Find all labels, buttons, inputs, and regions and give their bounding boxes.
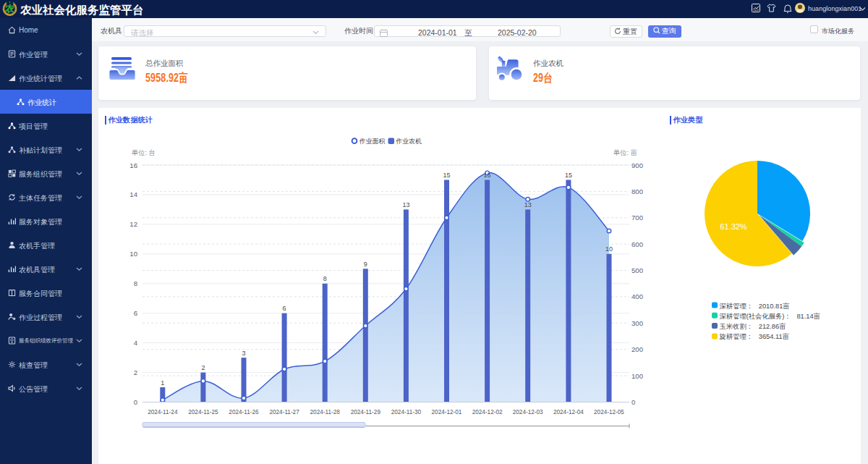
svg-text:8: 8 (323, 275, 327, 282)
svg-text:旋耕管理： 3654.11亩: 旋耕管理： 3654.11亩 (720, 333, 789, 340)
svg-text:单位: 台: 单位: 台 (131, 149, 156, 156)
svg-text:800: 800 (631, 187, 643, 195)
svg-text:16: 16 (129, 161, 137, 169)
svg-text:1: 1 (161, 379, 164, 387)
svg-text:13: 13 (402, 201, 409, 208)
svg-text:深耕管理： 2010.81亩: 深耕管理： 2010.81亩 (720, 303, 790, 310)
svg-text:农: 农 (4, 3, 15, 14)
svg-text:2024-12-04: 2024-12-04 (553, 409, 584, 416)
svg-text:15: 15 (484, 172, 491, 179)
svg-text:10: 10 (129, 250, 137, 258)
svg-text:作业面积: 作业面积 (359, 138, 385, 145)
svg-text:61.32%: 61.32% (720, 222, 747, 231)
svg-text:0: 0 (134, 398, 137, 406)
svg-text:15: 15 (565, 172, 572, 179)
svg-text:2024-12-02: 2024-12-02 (472, 409, 503, 416)
svg-text:2024-11-30: 2024-11-30 (391, 409, 422, 416)
svg-text:200: 200 (631, 345, 643, 353)
svg-text:2024-12-03: 2024-12-03 (513, 409, 543, 416)
svg-text:2024-11-25: 2024-11-25 (188, 409, 218, 416)
svg-text:600: 600 (631, 240, 643, 248)
svg-text:2024-11-24: 2024-11-24 (148, 409, 178, 416)
svg-text:12: 12 (129, 220, 137, 228)
svg-text:2024-11-29: 2024-11-29 (351, 409, 381, 416)
svg-text:15: 15 (443, 172, 450, 179)
svg-text:2024-11-28: 2024-11-28 (310, 409, 341, 416)
svg-text:13: 13 (524, 201, 532, 208)
svg-text:8: 8 (134, 279, 137, 287)
svg-text:6: 6 (283, 305, 286, 312)
svg-text:2024-12-01: 2024-12-01 (432, 409, 462, 416)
svg-text:700: 700 (631, 214, 643, 222)
svg-text:2024-12-05: 2024-12-05 (594, 409, 624, 416)
svg-text:深耕管理(社会化服务)： 81.14亩: 深耕管理(社会化服务)： 81.14亩 (720, 313, 820, 320)
svg-text:玉米收割： 212.86亩: 玉米收割： 212.86亩 (720, 323, 786, 330)
svg-text:400: 400 (631, 292, 643, 300)
svg-text:作业农机: 作业农机 (396, 138, 422, 145)
svg-text:900: 900 (631, 161, 643, 169)
svg-text:14: 14 (129, 190, 137, 198)
svg-text:2: 2 (201, 364, 205, 371)
svg-text:4: 4 (134, 339, 138, 347)
svg-text:500: 500 (631, 266, 643, 274)
svg-text:9: 9 (364, 261, 367, 268)
svg-text:10: 10 (605, 245, 613, 253)
svg-text:6: 6 (134, 309, 137, 317)
svg-text:单位: 亩: 单位: 亩 (613, 149, 637, 156)
svg-text:300: 300 (631, 319, 643, 327)
svg-text:2024-11-27: 2024-11-27 (269, 409, 299, 416)
svg-text:100: 100 (631, 372, 643, 380)
svg-text:2: 2 (134, 368, 137, 376)
svg-text:2024-11-26: 2024-11-26 (229, 409, 259, 416)
svg-text:0: 0 (631, 398, 635, 406)
svg-text:3: 3 (242, 350, 245, 357)
